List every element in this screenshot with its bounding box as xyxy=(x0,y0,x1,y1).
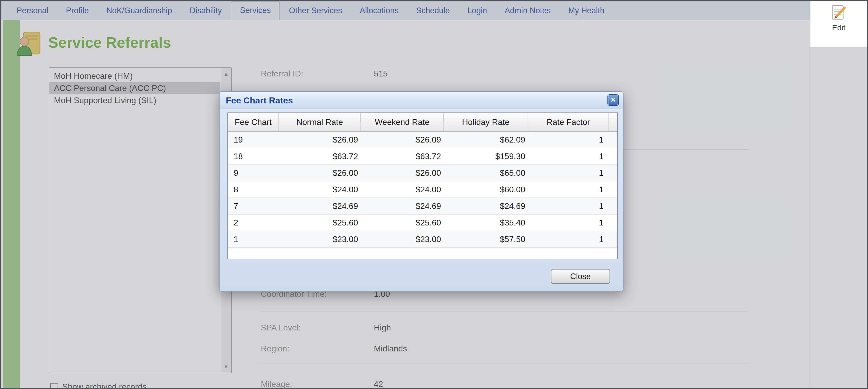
cell-holiday-rate: $65.00 xyxy=(443,165,528,181)
modal-title: Fee Chart Rates xyxy=(226,92,293,109)
cell-weekend-rate: $23.00 xyxy=(361,231,443,248)
cell-fee-chart: 8 xyxy=(228,181,279,198)
fee-table: Fee Chart Normal Rate Weekend Rate Holid… xyxy=(228,113,617,248)
cell-fee-chart: 9 xyxy=(228,165,279,181)
cell-fee-chart: 2 xyxy=(228,214,279,231)
cell-filler xyxy=(609,131,617,148)
cell-filler xyxy=(609,214,617,231)
cell-weekend-rate: $63.72 xyxy=(361,148,443,165)
fee-table-row[interactable]: 7 $24.69 $24.69 $24.69 1 xyxy=(228,198,617,214)
fee-table-row[interactable]: 2 $25.60 $25.60 $35.40 1 xyxy=(228,214,617,231)
cell-weekend-rate: $24.69 xyxy=(361,198,443,214)
cell-holiday-rate: $62.09 xyxy=(443,131,528,148)
cell-normal-rate: $63.72 xyxy=(279,148,361,165)
fee-table-header-row: Fee Chart Normal Rate Weekend Rate Holid… xyxy=(228,113,617,131)
cell-weekend-rate: $24.00 xyxy=(361,181,443,198)
cell-normal-rate: $24.69 xyxy=(279,198,361,214)
cell-filler xyxy=(609,181,617,198)
fee-table-row[interactable]: 1 $23.00 $23.00 $57.50 1 xyxy=(228,231,617,248)
modal-close-button[interactable]: ✕ xyxy=(608,94,619,106)
column-header-weekend-rate[interactable]: Weekend Rate xyxy=(361,113,443,131)
cell-fee-chart: 19 xyxy=(228,131,279,148)
fee-table-row[interactable]: 18 $63.72 $63.72 $159.30 1 xyxy=(228,148,617,165)
column-header-fee-chart[interactable]: Fee Chart xyxy=(228,113,279,131)
cell-weekend-rate: $26.09 xyxy=(361,131,443,148)
cell-weekend-rate: $26.00 xyxy=(361,165,443,181)
cell-normal-rate: $24.00 xyxy=(279,181,361,198)
fee-table-container: Fee Chart Normal Rate Weekend Rate Holid… xyxy=(227,112,618,259)
cell-holiday-rate: $57.50 xyxy=(443,231,528,248)
fee-table-row[interactable]: 19 $26.09 $26.09 $62.09 1 xyxy=(228,131,617,148)
app-window: PersonalProfileNoK/GuardianshipDisabilit… xyxy=(0,0,868,389)
cell-fee-chart: 1 xyxy=(228,231,279,248)
cell-holiday-rate: $159.30 xyxy=(443,148,528,165)
cell-rate-factor: 1 xyxy=(528,131,609,148)
cell-filler xyxy=(609,231,617,248)
column-header-filler xyxy=(609,113,617,131)
edit-button[interactable]: Edit xyxy=(810,1,867,47)
cell-holiday-rate: $24.69 xyxy=(443,198,528,214)
modal-titlebar[interactable]: Fee Chart Rates ✕ xyxy=(220,92,623,109)
column-header-normal-rate[interactable]: Normal Rate xyxy=(279,113,361,131)
cell-rate-factor: 1 xyxy=(528,181,609,198)
cell-fee-chart: 18 xyxy=(228,148,279,165)
cell-rate-factor: 1 xyxy=(528,148,609,165)
fee-table-body: 19 $26.09 $26.09 $62.09 1 18 $63.72 $63.… xyxy=(228,131,617,248)
fee-table-row[interactable]: 9 $26.00 $26.00 $65.00 1 xyxy=(228,165,617,181)
cell-rate-factor: 1 xyxy=(528,231,609,248)
fee-chart-modal: Fee Chart Rates ✕ Fee Chart Normal Rate … xyxy=(219,91,623,292)
cell-rate-factor: 1 xyxy=(528,198,609,214)
column-header-holiday-rate[interactable]: Holiday Rate xyxy=(443,113,528,131)
cell-normal-rate: $25.60 xyxy=(279,214,361,231)
cell-fee-chart: 7 xyxy=(228,198,279,214)
close-button[interactable]: Close xyxy=(551,269,610,284)
cell-filler xyxy=(609,148,617,165)
cell-rate-factor: 1 xyxy=(528,214,609,231)
cell-holiday-rate: $35.40 xyxy=(443,214,528,231)
cell-normal-rate: $26.09 xyxy=(279,131,361,148)
edit-icon xyxy=(830,4,848,22)
cell-normal-rate: $26.00 xyxy=(279,165,361,181)
close-icon: ✕ xyxy=(611,96,616,103)
fee-table-row[interactable]: 8 $24.00 $24.00 $60.00 1 xyxy=(228,181,617,198)
cell-weekend-rate: $25.60 xyxy=(361,214,443,231)
column-header-rate-factor[interactable]: Rate Factor xyxy=(528,113,609,131)
cell-holiday-rate: $60.00 xyxy=(443,181,528,198)
cell-filler xyxy=(609,165,617,181)
cell-rate-factor: 1 xyxy=(528,165,609,181)
edit-label: Edit xyxy=(810,23,867,32)
cell-normal-rate: $23.00 xyxy=(279,231,361,248)
cell-filler xyxy=(609,198,617,214)
